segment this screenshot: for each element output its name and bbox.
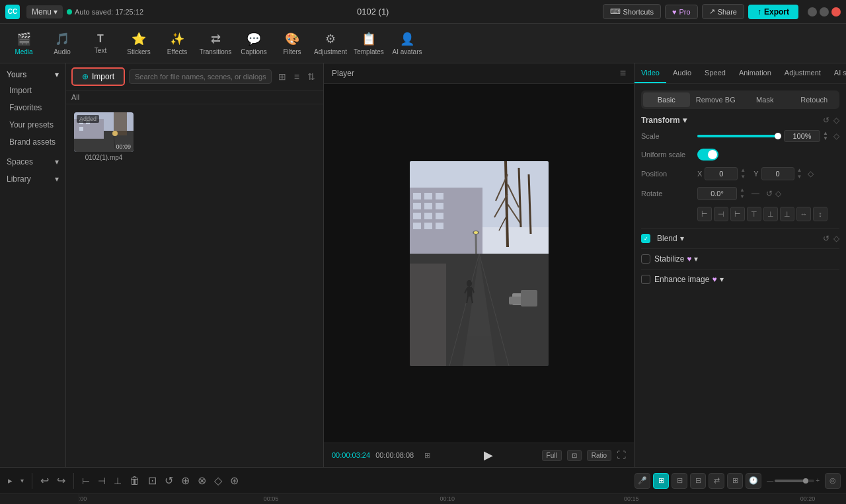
fit-button[interactable]: ◎: [825, 473, 841, 489]
add-video-button[interactable]: ⊟: [690, 473, 706, 489]
search-input[interactable]: [129, 69, 272, 84]
tool-ai-avatars[interactable]: 👤 AI avatars: [389, 26, 426, 61]
rotate-input[interactable]: [697, 187, 737, 200]
share-button[interactable]: ↗ Share: [702, 4, 744, 19]
library-section[interactable]: Library ▾: [0, 170, 65, 188]
pos-y-up-button[interactable]: ▲: [797, 167, 802, 174]
sidebar-item-import[interactable]: Import: [0, 82, 65, 99]
tool-captions[interactable]: 💬 Captions: [235, 26, 272, 61]
frames-button[interactable]: ⊞: [419, 447, 435, 463]
blend-keyframe-button[interactable]: ◇: [833, 234, 839, 243]
pro-button[interactable]: ♥ Pro: [665, 5, 698, 19]
cursor-tool-button[interactable]: ▸: [5, 473, 15, 488]
tab-ai-styli[interactable]: AI styli: [827, 63, 846, 83]
split-left-button[interactable]: ⊢: [79, 473, 93, 489]
tool-audio[interactable]: 🎵 Audio: [44, 26, 81, 61]
rotate-reset-button[interactable]: ↺: [766, 189, 773, 198]
pos-y-down-button[interactable]: ▼: [797, 174, 802, 180]
blend-checkbox[interactable]: ✓: [641, 234, 650, 243]
ratio-button[interactable]: Ratio: [587, 450, 611, 461]
remove-button[interactable]: ⊗: [195, 472, 209, 489]
split-right-button[interactable]: ⊣: [95, 473, 108, 489]
spaces-section[interactable]: Spaces ▾: [0, 153, 65, 170]
tool-templates[interactable]: 📋 Templates: [350, 26, 387, 61]
add-clip-button[interactable]: ⊞: [653, 473, 669, 489]
zoom-thumb[interactable]: [803, 478, 808, 484]
tool-transitions[interactable]: ⇄ Transitions: [197, 26, 234, 61]
blend-reset-button[interactable]: ↺: [823, 234, 829, 243]
zoom-slider[interactable]: [775, 480, 814, 482]
scale-slider[interactable]: [697, 135, 781, 137]
duplicate-button[interactable]: ⊡: [145, 472, 159, 489]
enhance-checkbox[interactable]: [641, 275, 650, 284]
rotate-keyframe-button[interactable]: ◇: [775, 189, 781, 198]
basic-tab-retouch[interactable]: Retouch: [791, 92, 838, 107]
align-left-button[interactable]: ⊢: [697, 207, 712, 221]
align-top-button[interactable]: ⊤: [747, 207, 761, 221]
add-audio-button[interactable]: ⊟: [672, 473, 687, 489]
redo-button[interactable]: ↪: [54, 472, 68, 489]
minimize-button[interactable]: [808, 7, 817, 17]
menu-button[interactable]: Menu ▾: [26, 5, 63, 18]
clock-button[interactable]: 🕐: [746, 473, 761, 489]
scale-slider-thumb[interactable]: [775, 133, 781, 139]
basic-tab-basic[interactable]: Basic: [643, 92, 690, 107]
export-button[interactable]: ↑ Export: [748, 5, 798, 19]
align-bottom-button[interactable]: ⊥: [780, 207, 794, 221]
keyframe-button[interactable]: ◇: [212, 472, 225, 489]
sticker-button[interactable]: ⊞: [727, 473, 743, 489]
mic-button[interactable]: 🎤: [634, 473, 650, 489]
tab-speed[interactable]: Speed: [698, 63, 732, 83]
replace-button[interactable]: ⇄: [709, 473, 724, 489]
align-distribute-h-button[interactable]: ↔: [796, 207, 811, 221]
pos-x-down-button[interactable]: ▼: [740, 174, 746, 180]
tab-video[interactable]: Video: [634, 63, 666, 83]
undo-button[interactable]: ↩: [38, 472, 52, 489]
transform-keyframe-button[interactable]: ◇: [833, 116, 839, 125]
cursor-dropdown-button[interactable]: ▾: [18, 474, 26, 487]
maximize-button[interactable]: [820, 7, 829, 17]
sidebar-item-your-presets[interactable]: Your presets: [0, 116, 65, 133]
sidebar-item-brand-assets[interactable]: Brand assets: [0, 133, 65, 151]
rotate-down-button[interactable]: ▼: [740, 194, 745, 200]
sidebar-item-favorites[interactable]: Favorites: [0, 99, 65, 116]
tab-animation[interactable]: Animation: [732, 63, 778, 83]
add-button[interactable]: ⊕: [178, 472, 192, 489]
basic-tab-remove-bg[interactable]: Remove BG: [693, 92, 740, 107]
play-button[interactable]: ▶: [484, 448, 493, 462]
tool-effects[interactable]: ✨ Effects: [159, 26, 196, 61]
fullscreen-button[interactable]: ⛶: [617, 450, 626, 460]
close-button[interactable]: [831, 7, 841, 17]
pos-x-up-button[interactable]: ▲: [740, 167, 746, 174]
scale-keyframe-button[interactable]: ◇: [833, 131, 839, 141]
uniform-scale-toggle[interactable]: [697, 149, 718, 161]
loop-button[interactable]: ↺: [162, 472, 176, 489]
tool-media[interactable]: 🎬 Media: [5, 26, 42, 61]
stabilize-checkbox[interactable]: [641, 254, 650, 264]
tool-filters[interactable]: 🎨 Filters: [274, 26, 311, 61]
list-view-button[interactable]: ≡: [291, 70, 302, 83]
sort-button[interactable]: ⇅: [305, 70, 318, 83]
position-x-input[interactable]: [705, 167, 738, 180]
scale-down-button[interactable]: ▼: [823, 136, 828, 141]
import-button[interactable]: ⊕ Import: [71, 67, 125, 86]
transform-reset-button[interactable]: ↺: [823, 116, 829, 125]
player-menu-button[interactable]: ≡: [620, 67, 626, 79]
align-center-h-button[interactable]: ⊣: [714, 207, 728, 221]
shortcuts-button[interactable]: ⌨ Shortcuts: [603, 4, 661, 19]
timeline-ruler-track[interactable]: 00:00 00:05 00:10 00:15 00:20: [79, 494, 846, 504]
list-item[interactable]: Added 00:09 0102(1).mp4: [74, 112, 134, 161]
align-right-button[interactable]: ⊢: [730, 207, 745, 221]
trim-button[interactable]: ⊥: [111, 473, 124, 489]
crop-button[interactable]: ⊡: [567, 450, 582, 461]
tab-audio[interactable]: Audio: [666, 63, 698, 83]
yours-section[interactable]: Yours ▾: [0, 67, 65, 82]
grid-view-button[interactable]: ⊞: [276, 70, 289, 83]
tool-text[interactable]: T Text: [82, 26, 119, 61]
tool-adjustment[interactable]: ⚙ Adjustment: [312, 26, 349, 61]
tool-stickers[interactable]: ⭐ Stickers: [120, 26, 157, 61]
basic-tab-mask[interactable]: Mask: [742, 92, 788, 107]
tab-adjustment[interactable]: Adjustment: [778, 63, 827, 83]
more-button[interactable]: ⊛: [227, 472, 241, 489]
position-y-input[interactable]: [761, 167, 794, 180]
